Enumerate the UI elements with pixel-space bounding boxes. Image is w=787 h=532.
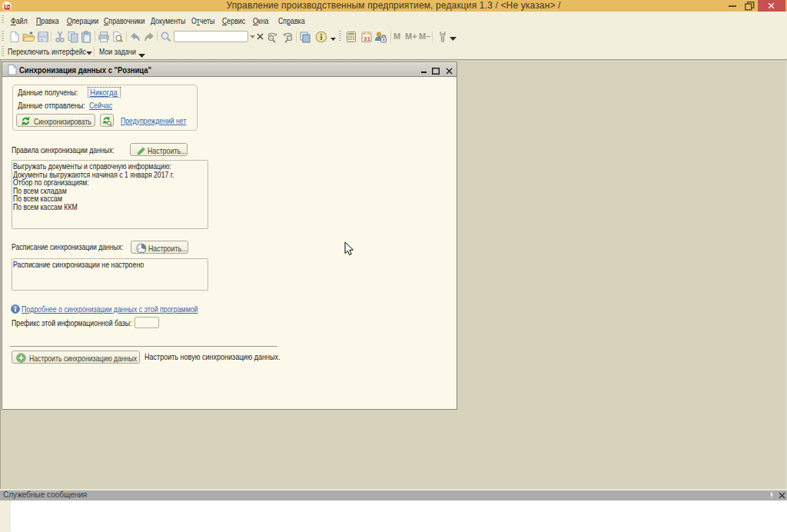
svg-text:31: 31	[364, 35, 370, 42]
